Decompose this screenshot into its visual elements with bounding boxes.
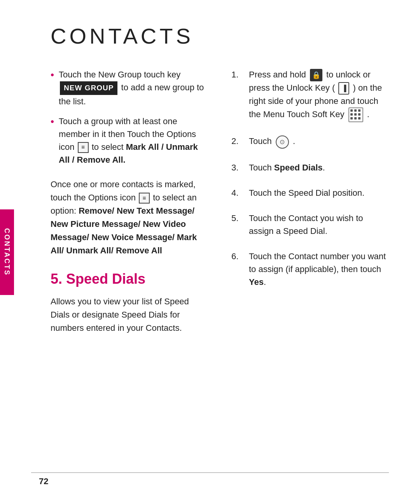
right-column: 1. Press and hold 🔒 to unlock or press t… (231, 68, 389, 335)
step-3-bold: Speed Dials (274, 163, 323, 172)
page-number: 72 (39, 476, 48, 486)
step-5-number: 5. (231, 212, 249, 225)
bullet1-text-before: Touch the New Group touch key (59, 70, 180, 79)
speed-dials-desc: Allows you to view your list of Speed Di… (51, 295, 208, 335)
bullet-item-1: • Touch the New Group touch key NEW GROU… (51, 68, 208, 108)
touch-icon: ⊙ (276, 135, 289, 149)
page-container: CONTACTS • Touch the New Group touch key… (0, 0, 420, 504)
speed-dials-heading: 5. Speed Dials (51, 271, 208, 287)
step-1-number: 1. (231, 68, 249, 81)
step-5: 5. Touch the Contact you wish to assign … (231, 212, 389, 237)
step-4-content: Touch the Speed Dial position. (249, 186, 389, 199)
bullet-section: • Touch the New Group touch key NEW GROU… (51, 68, 208, 166)
step-6-yes: Yes (249, 277, 264, 287)
step-1-content: Press and hold 🔒 to unlock or press the … (249, 68, 389, 122)
content-area: • Touch the New Group touch key NEW GROU… (51, 68, 389, 335)
step-3-number: 3. (231, 161, 249, 174)
step-4-number: 4. (231, 186, 249, 199)
step-3: 3. Touch Speed Dials. (231, 161, 389, 174)
step-3-content: Touch Speed Dials. (249, 161, 389, 174)
step-2-number: 2. (231, 135, 249, 148)
new-group-badge: NEW GROUP (60, 81, 117, 95)
step-2: 2. Touch ⊙ . (231, 135, 389, 148)
step-6: 6. Touch the Contact number you want to … (231, 250, 389, 288)
step-1: 1. Press and hold 🔒 to unlock or press t… (231, 68, 389, 122)
options-icon-1: ≡ (78, 142, 89, 153)
bullet-text-2: Touch a group with at least one member i… (59, 115, 208, 166)
bullet-text-1: Touch the New Group touch key NEW GROUP … (59, 68, 208, 108)
menu-soft-key-icon (348, 107, 363, 122)
step-6-content: Touch the Contact number you want to ass… (249, 250, 389, 288)
step-4: 4. Touch the Speed Dial position. (231, 186, 389, 199)
lock-icon: 🔒 (310, 69, 322, 81)
left-column: • Touch the New Group touch key NEW GROU… (51, 68, 208, 335)
options-icon-2: ≡ (139, 193, 150, 204)
page-divider (31, 472, 389, 473)
once-section: Once one or more contacts is marked, tou… (51, 178, 208, 258)
step-5-content: Touch the Contact you wish to assign a S… (249, 212, 389, 237)
bullet-dot-1: • (51, 67, 54, 83)
step-2-content: Touch ⊙ . (249, 135, 389, 148)
unlock-key-icon: ▐ (338, 82, 349, 95)
bullet-dot-2: • (51, 114, 54, 129)
options-list: Remove/ New Text Message/ New Picture Me… (51, 206, 197, 255)
page-title: CONTACTS (51, 23, 389, 49)
bullet-item-2: • Touch a group with at least one member… (51, 115, 208, 166)
step-6-number: 6. (231, 250, 249, 263)
